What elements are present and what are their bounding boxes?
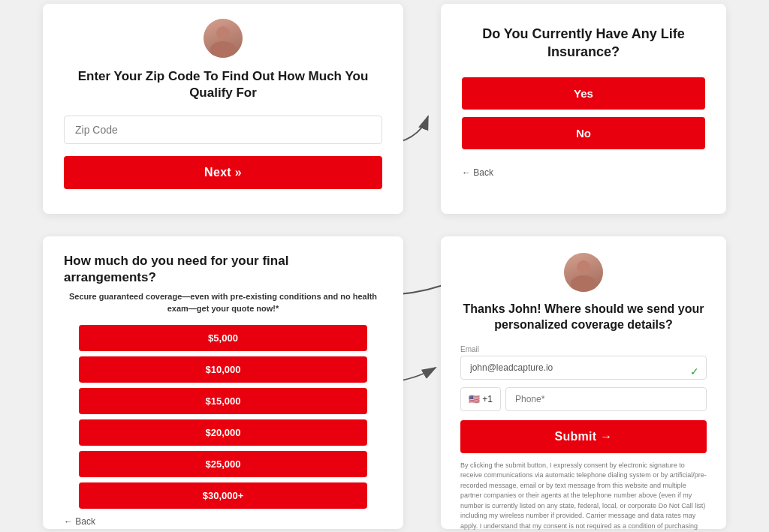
submit-button[interactable]: Submit → (460, 420, 707, 453)
next-button[interactable]: Next » (64, 156, 382, 189)
phone-row: 🇺🇸 +1 (460, 387, 707, 411)
card-send-details: Thanks John! Where should we send your p… (441, 236, 726, 529)
card-final-arrangements: How much do you need for your final arra… (43, 236, 403, 529)
life-back-link[interactable]: ← Back (462, 167, 705, 178)
email-input[interactable] (460, 356, 707, 380)
email-label: Email (460, 345, 707, 353)
card-zip: Enter Your Zip Code To Find Out How Much… (43, 4, 403, 214)
amount-25000[interactable]: $25,000 (79, 451, 367, 477)
send-title: Thanks John! Where should we send your p… (460, 301, 707, 333)
zip-input[interactable] (64, 116, 382, 144)
life-insurance-title: Do You Currently Have Any Life Insurance… (462, 25, 705, 62)
phone-input[interactable] (505, 387, 707, 411)
layout-grid: Enter Your Zip Code To Find Out How Much… (20, 0, 749, 532)
final-subtitle: Secure guaranteed coverage—even with pre… (64, 291, 382, 314)
amount-buttons-container: $5,000 $10,000 $15,000 $20,000 $25,000 $… (79, 325, 367, 509)
send-avatar-image (564, 253, 603, 292)
amount-30000[interactable]: $30,000+ (79, 482, 367, 509)
email-check-icon: ✓ (690, 365, 699, 377)
country-code-button[interactable]: 🇺🇸 +1 (460, 387, 501, 411)
canvas: Enter Your Zip Code To Find Out How Much… (0, 0, 769, 532)
amount-10000[interactable]: $10,000 (79, 356, 367, 383)
avatar (204, 19, 243, 58)
no-button[interactable]: No (462, 117, 705, 149)
send-avatar (564, 253, 603, 292)
avatar-image (204, 19, 243, 58)
amount-15000[interactable]: $15,000 (79, 388, 367, 414)
email-wrapper: ✓ (460, 356, 707, 387)
final-back-link[interactable]: ← Back (64, 516, 382, 527)
amount-5000[interactable]: $5,000 (79, 325, 367, 351)
disclaimer-text: By clicking the submit button, I express… (460, 461, 707, 532)
final-title: How much do you need for your final arra… (64, 253, 382, 287)
amount-20000[interactable]: $20,000 (79, 419, 367, 446)
zip-card-title: Enter Your Zip Code To Find Out How Much… (64, 68, 382, 103)
card-life-insurance: Do You Currently Have Any Life Insurance… (441, 4, 726, 214)
yes-button[interactable]: Yes (462, 77, 705, 110)
